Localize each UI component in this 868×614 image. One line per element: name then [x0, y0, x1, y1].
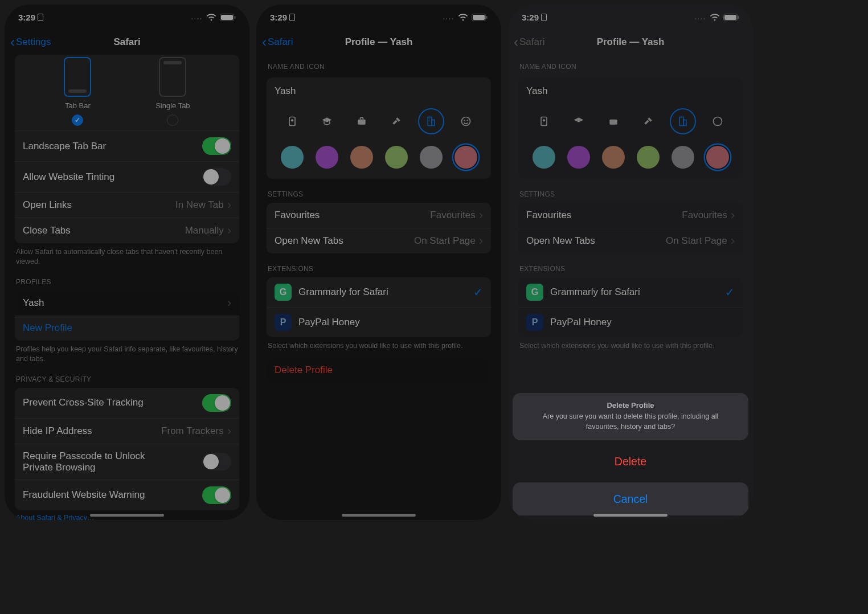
color-swatch	[706, 146, 729, 169]
close-tabs-footer: Allow Safari to automatically close tabs…	[15, 243, 239, 267]
nav-bar: ‹Safari Profile — Yash	[256, 30, 501, 55]
badge-icon	[531, 108, 557, 134]
home-indicator[interactable]	[90, 514, 164, 517]
cell-signal-icon: ....	[443, 14, 455, 21]
svg-rect-2	[235, 16, 236, 19]
paypal-icon: P	[275, 314, 292, 331]
row-passcode[interactable]: Require Passcode to Unlock Private Brows…	[15, 444, 239, 480]
row-close-tabs[interactable]: Close TabsManually›	[15, 218, 239, 243]
badge-icon[interactable]	[279, 108, 305, 134]
svg-rect-11	[428, 118, 429, 120]
status-bar: 3:29 ....	[256, 5, 501, 30]
status-bar: 3:29 ....	[508, 5, 753, 30]
color-swatch[interactable]	[420, 146, 443, 169]
row-fraud-warning[interactable]: Fraudulent Website Warning	[15, 480, 239, 510]
paypal-icon: P	[526, 314, 543, 331]
screen-profile-detail: 3:29 .... ‹Safari Profile — Yash NAME AN…	[256, 5, 501, 520]
tab-style-tab-bar[interactable]: Tab Bar	[64, 57, 91, 126]
color-swatch[interactable]	[316, 146, 338, 169]
settings-header: SETTINGS	[267, 186, 491, 203]
row-website-tinting[interactable]: Allow Website Tinting	[15, 161, 239, 192]
row-favourites: FavouritesFavourites›	[518, 203, 743, 228]
building-icon[interactable]	[418, 108, 444, 134]
color-swatch[interactable]	[281, 146, 304, 169]
row-open-new-tabs: Open New TabsOn Start Page›	[518, 228, 743, 253]
battery-icon	[472, 14, 488, 21]
sheet-header: Delete Profile Are you sure you want to …	[513, 393, 748, 440]
camera-indicator-icon	[38, 14, 43, 21]
chevron-right-icon: ›	[479, 235, 483, 247]
wifi-icon	[458, 14, 468, 21]
wifi-icon	[206, 14, 216, 21]
extension-row-grammarly: GGrammarly for Safari✓	[518, 277, 743, 307]
status-time: 3:29	[18, 13, 35, 22]
home-indicator[interactable]	[593, 514, 668, 517]
status-time: 3:29	[522, 13, 539, 22]
profile-row-yash[interactable]: Yash›	[15, 290, 239, 316]
settings-header: SETTINGS	[518, 186, 743, 203]
row-open-new-tabs[interactable]: Open New TabsOn Start Page›	[267, 228, 491, 253]
row-landscape-tab-bar[interactable]: Landscape Tab Bar	[15, 130, 239, 161]
chevron-right-icon: ›	[479, 209, 483, 222]
profile-name-field[interactable]: Yash	[275, 85, 483, 103]
name-icon-header: NAME AND ICON	[267, 58, 491, 75]
svg-rect-8	[358, 120, 365, 125]
profiles-header: PROFILES	[15, 273, 239, 290]
icon-picker	[526, 103, 735, 140]
toggle-on-icon[interactable]	[202, 394, 231, 412]
extension-row-paypal-honey: PPayPal Honey	[518, 307, 743, 337]
new-profile-button[interactable]: New Profile	[15, 316, 239, 341]
toggle-on-icon[interactable]	[202, 486, 231, 504]
toggle-off-icon[interactable]	[202, 168, 231, 186]
extension-row-paypal-honey[interactable]: PPayPal Honey	[267, 307, 491, 337]
sheet-cancel-button[interactable]: Cancel	[513, 482, 748, 515]
svg-rect-4	[473, 15, 485, 20]
color-swatch[interactable]	[350, 146, 373, 169]
row-open-links[interactable]: Open LinksIn New Tab›	[15, 192, 239, 218]
graduation-icon[interactable]	[314, 108, 340, 134]
single-tab-preview-icon	[159, 57, 186, 97]
name-icon-card: Yash	[267, 77, 491, 179]
extensions-header: EXTENSIONS	[518, 260, 743, 277]
row-favourites[interactable]: FavouritesFavourites›	[267, 203, 491, 228]
screen-delete-confirm: 3:29 .... ‹Safari Profile — Yash NAME AN…	[508, 5, 753, 520]
color-swatch	[567, 146, 590, 169]
svg-point-13	[461, 117, 470, 126]
svg-point-15	[466, 120, 468, 121]
tab-style-single-tab[interactable]: Single Tab	[155, 57, 190, 126]
page-title: Safari	[5, 36, 249, 48]
row-cross-site[interactable]: Prevent Cross-Site Tracking	[15, 388, 239, 418]
color-swatch	[637, 146, 660, 169]
color-swatch[interactable]	[385, 146, 408, 169]
battery-icon	[220, 14, 236, 21]
sheet-delete-button[interactable]: Delete	[513, 445, 748, 478]
svg-rect-12	[428, 120, 429, 121]
camera-indicator-icon	[289, 14, 295, 21]
radio-selected-icon	[72, 114, 83, 126]
home-indicator[interactable]	[342, 514, 416, 517]
chevron-right-icon: ›	[227, 425, 231, 437]
camera-indicator-icon	[541, 14, 547, 21]
svg-rect-1	[221, 15, 233, 20]
checkmark-icon: ✓	[725, 285, 735, 299]
chevron-right-icon: ›	[227, 297, 231, 309]
extensions-footer: Select which extensions you would like t…	[518, 337, 743, 351]
delete-profile-button[interactable]: Delete Profile	[267, 358, 491, 383]
briefcase-icon[interactable]	[349, 108, 375, 134]
status-bar: 3:29 ....	[5, 5, 249, 30]
hammer-icon[interactable]	[383, 108, 410, 134]
chevron-right-icon: ›	[227, 224, 231, 237]
screen-safari-settings: 3:29 .... ‹Settings Safari Tab Bar Singl…	[5, 5, 249, 520]
row-hide-ip[interactable]: Hide IP AddressFrom Trackers›	[15, 418, 239, 444]
toggle-on-icon[interactable]	[202, 137, 231, 155]
toggle-off-icon[interactable]	[202, 453, 231, 470]
chevron-right-icon: ›	[227, 199, 231, 211]
svg-rect-10	[431, 120, 434, 126]
smile-icon[interactable]	[453, 108, 479, 134]
color-swatch[interactable]	[455, 146, 477, 169]
svg-point-20	[542, 119, 544, 121]
sheet-title: Delete Profile	[526, 401, 735, 410]
extension-row-grammarly[interactable]: GGrammarly for Safari✓	[267, 277, 491, 307]
graduation-icon	[566, 108, 592, 134]
radio-unselected-icon	[167, 114, 178, 126]
